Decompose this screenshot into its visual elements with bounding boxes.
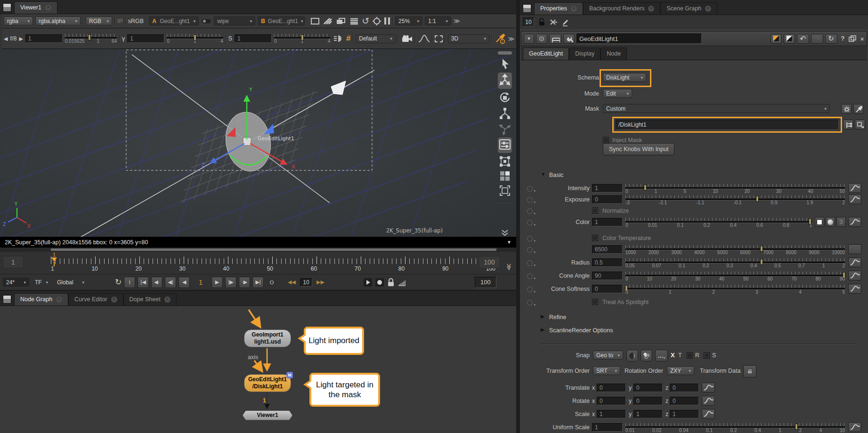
node-geoeditlight1[interactable]: GeoEditLight1/DiskLight1 M bbox=[244, 374, 291, 392]
color-swatch[interactable] bbox=[815, 217, 824, 227]
scatter-tool-icon[interactable] bbox=[498, 122, 511, 136]
frame-step-field[interactable]: 10 bbox=[300, 278, 312, 287]
gain-field[interactable]: 1 bbox=[25, 34, 63, 43]
exposure-slider[interactable]: -3-2.1-1.1-0.10.91.92 bbox=[625, 195, 845, 205]
lock-range-icon[interactable] bbox=[387, 278, 395, 287]
viewer-lut[interactable]: sRGB bbox=[128, 18, 144, 24]
help-icon[interactable]: ? bbox=[841, 35, 845, 42]
timeline-expand-chevron[interactable]: ≫ bbox=[505, 264, 513, 271]
overlay-compare-icon[interactable] bbox=[335, 17, 347, 25]
node-geoimport1[interactable]: GeoImport1light1.usd bbox=[244, 329, 291, 347]
step-forward-button[interactable]: |▶ bbox=[225, 277, 236, 288]
pane-splitter[interactable] bbox=[516, 0, 520, 433]
channels-dropdown[interactable]: rgba▾ bbox=[4, 16, 33, 25]
tab-dope-sheet[interactable]: Dope Sheet× bbox=[123, 293, 177, 305]
eyedropper-icon[interactable] bbox=[853, 104, 864, 114]
mask-dropdown[interactable]: Custom▾ bbox=[603, 104, 830, 113]
loop-mode-icon[interactable]: ↻ bbox=[115, 277, 122, 287]
prev-keyframe-button[interactable]: ◀· bbox=[151, 277, 162, 288]
alpha-dropdown[interactable]: rgba.alpha▾ bbox=[35, 16, 81, 25]
translate-x-field[interactable]: 0 bbox=[597, 384, 626, 392]
scanlines-icon[interactable] bbox=[349, 17, 359, 25]
intensity-field[interactable]: 1 bbox=[592, 184, 623, 192]
tab-background-renders[interactable]: Background Renders× bbox=[583, 2, 660, 15]
next-fstop-icon[interactable]: ▶ bbox=[19, 36, 23, 42]
radius-field[interactable]: 0.5 bbox=[592, 258, 623, 267]
color-slider[interactable]: 00.010.10.20.40.60.81 bbox=[625, 217, 812, 228]
rotation-order-dropdown[interactable]: ZXY▾ bbox=[667, 366, 694, 375]
range-end-field[interactable]: 100 bbox=[479, 256, 500, 268]
color-wheel-icon[interactable] bbox=[826, 217, 835, 227]
rotate-y-field[interactable]: 0 bbox=[633, 397, 663, 405]
intensity-slider[interactable]: 0151020304050 bbox=[625, 184, 845, 194]
wrench-icon[interactable] bbox=[563, 34, 575, 44]
overlay-opacity-slider[interactable] bbox=[497, 50, 512, 55]
gamma-slider[interactable]: 014 bbox=[167, 33, 223, 44]
snap-dropdown[interactable]: Geo to▾ bbox=[593, 351, 623, 360]
saturation-field[interactable]: 1 bbox=[235, 34, 272, 43]
transform-order-dropdown[interactable]: SRT▾ bbox=[593, 366, 620, 375]
curve-icon[interactable] bbox=[702, 396, 715, 406]
transform-data-button[interactable] bbox=[743, 365, 756, 377]
node-name-field[interactable]: GeoEditLight1 bbox=[576, 33, 702, 44]
step-back-button[interactable]: ◀| bbox=[165, 277, 176, 288]
curve-icon[interactable] bbox=[848, 422, 861, 432]
set-out-button[interactable]: O bbox=[266, 277, 277, 288]
curve-icon[interactable] bbox=[848, 183, 861, 193]
roi-icon[interactable] bbox=[372, 16, 382, 26]
curve-icon[interactable] bbox=[702, 409, 715, 419]
color-field[interactable]: 1 bbox=[592, 218, 623, 226]
translate-y-field[interactable]: 0 bbox=[633, 384, 663, 392]
range-start-field[interactable]: 1 bbox=[3, 256, 24, 268]
translate-tool-icon[interactable] bbox=[498, 73, 511, 87]
gear-icon[interactable] bbox=[841, 104, 852, 114]
wipe-dropdown[interactable]: wipe▾ bbox=[214, 16, 255, 25]
scale-z-field[interactable]: 1 bbox=[670, 410, 699, 418]
close-icon[interactable]: × bbox=[571, 6, 577, 12]
timeline-ruler[interactable]: 1102030405060708090100 1 bbox=[51, 254, 495, 273]
scanline-group-arrow[interactable]: ▶ bbox=[541, 327, 544, 333]
curve-icon[interactable] bbox=[848, 257, 861, 267]
grid-snap-icon[interactable] bbox=[498, 155, 511, 168]
saturation-slider[interactable]: 014 bbox=[274, 33, 330, 44]
redo-icon[interactable]: ↷ bbox=[811, 34, 823, 44]
postage-stamp-toggle[interactable] bbox=[771, 34, 782, 44]
exposure-field[interactable]: 0 bbox=[592, 195, 623, 204]
more-tools-chevron[interactable] bbox=[500, 229, 510, 237]
tab-viewer1[interactable]: Viewer1 × bbox=[14, 1, 57, 14]
uniform-scale-slider[interactable]: 0.010.020.040.10.20.412410 bbox=[625, 423, 845, 433]
normalize-checkbox[interactable] bbox=[592, 208, 598, 214]
rotate-x-field[interactable]: 0 bbox=[597, 397, 626, 405]
match-xform-icon[interactable]: X bbox=[671, 352, 675, 359]
range-mode-dropdown[interactable]: Global▾ bbox=[54, 278, 88, 287]
tab-display[interactable]: Display bbox=[569, 48, 600, 60]
basic-group-arrow[interactable]: ▼ bbox=[541, 171, 546, 177]
cone-angle-slider[interactable]: 0102030405060708090 bbox=[625, 271, 845, 281]
info-bar-expand-icon[interactable]: ▼ bbox=[507, 240, 511, 245]
scale-y-field[interactable]: 1 bbox=[633, 410, 663, 418]
mask-path-field[interactable]: /DiskLight1 bbox=[616, 120, 839, 130]
display-channel-dropdown[interactable]: RGB▾ bbox=[86, 16, 112, 25]
curve-icon[interactable] bbox=[702, 383, 715, 393]
b-input-dropdown[interactable]: BGeoE...ght1▾ bbox=[258, 16, 305, 25]
fps-dropdown[interactable]: 24*▾ bbox=[3, 278, 29, 287]
pause-icon[interactable] bbox=[384, 17, 390, 24]
input-process-lamp-icon[interactable] bbox=[333, 33, 344, 44]
play-backward-button[interactable]: ◀ bbox=[178, 277, 190, 288]
input-process-toggle[interactable]: IP bbox=[117, 18, 123, 24]
sync-knobs-button[interactable]: Sync Knobs With Input bbox=[603, 143, 674, 155]
temperature-field[interactable]: 6500 bbox=[592, 245, 623, 254]
schema-dropdown[interactable]: DiskLight▾ bbox=[603, 73, 646, 82]
tab-node[interactable]: Node bbox=[600, 48, 627, 60]
revert-icon[interactable]: ↻ bbox=[825, 34, 837, 44]
snap-geo-button[interactable] bbox=[626, 350, 638, 361]
pane-menu-icon[interactable] bbox=[3, 295, 11, 304]
snap-points-button[interactable] bbox=[641, 350, 652, 361]
hierarchy-tool-icon[interactable] bbox=[498, 106, 511, 120]
snap-s-checkbox[interactable] bbox=[704, 353, 710, 359]
view-mode-dropdown[interactable]: 3D▾ bbox=[448, 34, 489, 43]
quad-view-icon[interactable] bbox=[498, 169, 511, 182]
temperature-swatch-button[interactable] bbox=[848, 244, 861, 254]
camera-icon[interactable] bbox=[401, 33, 413, 44]
tab-scene-graph[interactable]: Scene Graph× bbox=[660, 2, 717, 15]
